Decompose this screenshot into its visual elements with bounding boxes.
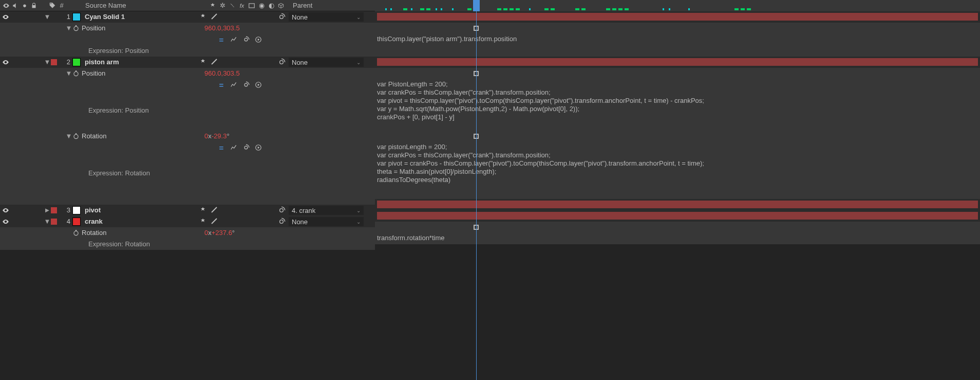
expression-language-icon[interactable]: [254, 80, 263, 89]
property-value[interactable]: 960.0,303.5: [204, 23, 240, 34]
expression-language-icon[interactable]: [254, 35, 263, 44]
svg-point-2: [280, 15, 284, 19]
visibility-toggle[interactable]: [2, 218, 10, 225]
svg-rect-25: [76, 230, 77, 231]
timeline-markers: [375, 0, 980, 11]
expression-graph-icon[interactable]: [229, 80, 238, 89]
visibility-toggle[interactable]: [2, 13, 10, 21]
timeline-area[interactable]: thisComp.layer("piston arm").transform.p…: [375, 11, 980, 380]
stopwatch-icon[interactable]: [72, 131, 82, 142]
layer-row[interactable]: ▼ 2 piston arm None⌄: [0, 57, 375, 68]
parent-dropdown[interactable]: None ⌄: [289, 12, 364, 22]
expression-pickwhip-icon[interactable]: [241, 143, 251, 152]
expression-label: Expression: Position: [88, 91, 149, 102]
quality-toggle[interactable]: [211, 206, 219, 214]
shy-toggle[interactable]: [199, 218, 208, 226]
layer-bar[interactable]: [377, 13, 978, 21]
expression-pickwhip-icon[interactable]: [241, 35, 251, 44]
svg-point-9: [280, 61, 284, 64]
parent-value: None: [292, 59, 308, 66]
twirl-icon[interactable]: ▼: [44, 11, 51, 23]
expression-graph-icon[interactable]: [229, 143, 238, 152]
expression-graph-icon[interactable]: [229, 35, 238, 44]
shy-toggle[interactable]: [199, 206, 208, 214]
svg-point-17: [244, 146, 248, 149]
tag-icon: [48, 2, 56, 10]
expression-text[interactable]: var PistonLength = 200; var crankPos = t…: [377, 80, 978, 121]
expression-pickwhip-icon[interactable]: [241, 240, 251, 249]
label-color[interactable]: [51, 14, 57, 20]
layer-row[interactable]: ► 3 pivot 4. crank⌄: [0, 205, 375, 216]
expression-language-icon[interactable]: [254, 240, 263, 249]
shy-toggle[interactable]: [199, 58, 208, 66]
quality-toggle[interactable]: [211, 218, 219, 226]
layer-row[interactable]: ▼ 4 crank None⌄: [0, 216, 375, 227]
pickwhip-icon[interactable]: [277, 206, 286, 214]
stopwatch-icon[interactable]: [72, 227, 82, 239]
expression-text[interactable]: var pistonLength = 200; var crankPos = t…: [377, 143, 978, 184]
expression-language-icon[interactable]: [254, 143, 263, 152]
visibility-toggle[interactable]: [2, 207, 10, 214]
twirl-icon[interactable]: ▼: [44, 57, 51, 68]
expression-enable-icon[interactable]: =: [217, 35, 226, 44]
source-color: [72, 218, 81, 226]
twirl-icon[interactable]: ►: [44, 205, 51, 216]
layer-name[interactable]: pivot: [85, 205, 195, 216]
property-row[interactable]: ▼ Position 960.0,303.5: [0, 23, 375, 34]
eye-icon: [2, 2, 10, 10]
svg-point-5: [244, 38, 248, 41]
switches-header: ✲ ⟍ fx ◉ ◐: [205, 2, 288, 10]
twirl-icon[interactable]: ▼: [65, 68, 72, 79]
expression-enable-icon[interactable]: =: [217, 240, 226, 249]
expression-text[interactable]: thisComp.layer("piston arm").transform.p…: [377, 35, 978, 43]
pickwhip-icon[interactable]: [277, 218, 286, 226]
expression-graph-icon[interactable]: [229, 240, 238, 249]
property-row[interactable]: ▼ Rotation 0x-29.3°: [0, 131, 375, 142]
label-color[interactable]: [51, 207, 57, 213]
label-color[interactable]: [51, 59, 57, 65]
timeline-empty: [375, 244, 980, 380]
layer-bar[interactable]: [377, 58, 978, 66]
twirl-icon[interactable]: ▼: [65, 131, 72, 142]
parent-dropdown[interactable]: 4. crank⌄: [289, 206, 364, 215]
expression-pickwhip-icon[interactable]: [241, 80, 251, 89]
twirl-icon[interactable]: [65, 227, 72, 239]
parent-dropdown[interactable]: None⌄: [289, 58, 364, 67]
parent-value: 4. crank: [292, 207, 315, 214]
shy-toggle[interactable]: [199, 13, 208, 21]
quality-toggle[interactable]: [211, 13, 219, 21]
property-value[interactable]: 0x+237.6°: [204, 227, 235, 239]
visibility-toggle[interactable]: [2, 59, 10, 66]
label-color[interactable]: [51, 219, 57, 225]
frameblend-icon: [248, 2, 256, 10]
stopwatch-icon[interactable]: [72, 23, 82, 34]
property-name: Position: [82, 68, 204, 79]
layer-bar[interactable]: [377, 201, 978, 208]
svg-marker-14: [258, 84, 260, 86]
twirl-icon[interactable]: ▼: [65, 23, 72, 34]
expression-enable-icon[interactable]: =: [217, 143, 226, 152]
pickwhip-icon[interactable]: [277, 13, 286, 21]
layer-panel: ▼ 1 Cyan Solid 1 None ⌄ ▼ Position 960.0…: [0, 11, 375, 261]
property-value[interactable]: 0x-29.3°: [204, 131, 230, 142]
layer-row[interactable]: ▼ 1 Cyan Solid 1 None ⌄: [0, 11, 375, 23]
expression-controls: =: [0, 142, 375, 153]
layer-name[interactable]: Cyan Solid 1: [85, 11, 195, 23]
layer-name[interactable]: crank: [85, 216, 195, 227]
stopwatch-icon[interactable]: [72, 68, 82, 79]
quality-toggle[interactable]: [211, 58, 219, 66]
current-time-indicator[interactable]: [476, 11, 477, 380]
expression-text[interactable]: transform.rotation*time: [377, 234, 978, 242]
parent-dropdown[interactable]: None⌄: [289, 217, 364, 226]
svg-marker-7: [258, 39, 260, 41]
layer-bar[interactable]: [377, 212, 978, 220]
layer-name[interactable]: piston arm: [85, 57, 195, 68]
property-row[interactable]: Rotation 0x+237.6°: [0, 227, 375, 239]
twirl-icon[interactable]: ▼: [44, 216, 51, 227]
property-row[interactable]: ▼ Position 960.0,303.5: [0, 68, 375, 79]
svg-rect-4: [76, 25, 77, 26]
expression-enable-icon[interactable]: =: [217, 80, 226, 89]
source-name-header[interactable]: Source Name: [82, 2, 205, 9]
pickwhip-icon[interactable]: [277, 58, 286, 66]
property-value[interactable]: 960.0,303.5: [204, 68, 240, 79]
